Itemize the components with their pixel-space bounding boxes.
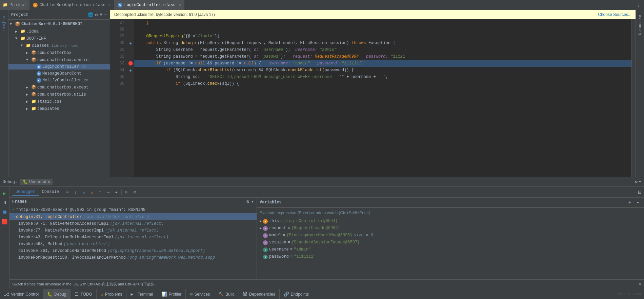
debug-run-to-cursor[interactable]: → xyxy=(104,188,112,196)
stop-icon[interactable]: 🟥 xyxy=(1,218,8,225)
var-this-arrow[interactable]: ▶ xyxy=(260,219,262,223)
debug-settings2[interactable]: ⚙ xyxy=(131,188,139,196)
version-control-status[interactable]: ⎇ Version Control xyxy=(0,289,43,299)
todo-status[interactable]: ☰ TODO xyxy=(71,289,96,299)
debug-minimize-icon[interactable]: — xyxy=(639,179,641,184)
debugger-tab[interactable]: Debugger xyxy=(12,189,39,196)
frame-invoke-77[interactable]: invoke:77, NativeMethodAccessorImpl (jdk… xyxy=(9,227,257,234)
tree-root[interactable]: ▼ 📦 ChatterBox-0.0.1-SNAPSHOT xyxy=(8,20,110,28)
frames-panel: Frames ⊜ ▾ ✓ "http-nio-8080-ex xyxy=(9,198,257,279)
tree-com-chatterbox-except[interactable]: ▶ 📦 com.chatterbox.except xyxy=(8,84,110,91)
eval-bar[interactable]: Evaluate expression (Enter) or add a wat… xyxy=(257,207,644,218)
tree-com-chatterbox-utils[interactable]: ▶ 📦 com.chatterbox.utils xyxy=(8,91,110,98)
resume-icon[interactable]: ▶ xyxy=(1,190,8,197)
tree-idea[interactable]: ▶ 📁 .idea xyxy=(8,28,110,35)
debug-step-into[interactable]: ↘ xyxy=(80,188,87,196)
editor-area: Decompiled .class file, bytecode version… xyxy=(110,10,636,177)
sidebar-minus-icon[interactable]: — xyxy=(104,12,107,18)
frame-selected[interactable]: ↩ doLogin:31, LoginController (com.chatt… xyxy=(9,213,257,220)
tree-classes[interactable]: ▼ 📁 classes library root xyxy=(8,42,110,49)
add-watch-btn[interactable]: ＋ xyxy=(626,199,633,206)
debug-status[interactable]: 🐛 Debug xyxy=(43,289,71,299)
debug-layout-icon[interactable]: ⊟ xyxy=(638,189,641,196)
vtab-structure[interactable]: Structure xyxy=(637,13,643,37)
logincontroller-tab[interactable]: C LoginController.class ✕ xyxy=(114,0,184,10)
services-status[interactable]: ⊞ Services xyxy=(186,289,214,299)
tree-login-controller[interactable]: ▶ C LoginController 20 xyxy=(8,63,110,70)
debug-evaluate[interactable]: ✦ xyxy=(113,188,120,196)
vtab-project[interactable]: Project xyxy=(1,13,7,33)
frame-invoke-43[interactable]: invoke:43, DelegatingMethodAccessorImpl … xyxy=(9,234,257,241)
choose-sources-link[interactable]: Choose Sources... xyxy=(598,12,631,17)
debug-tool-lines[interactable]: ≡ xyxy=(64,188,71,196)
debug-settings-icon[interactable]: ⚙ xyxy=(635,179,638,184)
profiler-status[interactable]: 📊 Profiler xyxy=(157,289,186,299)
switch-frames-close[interactable]: ✕ xyxy=(639,282,641,287)
var-model-icon: P xyxy=(263,233,268,238)
frame-invoke-0[interactable]: invoke:0:-1, NativeMethodAccessorImpl (j… xyxy=(9,220,257,227)
var-model[interactable]: ▶ P model = {BindingAwareModelMap@6995} … xyxy=(257,232,644,239)
tree-message-board-cont[interactable]: ▶ C MessageBoardCont xyxy=(8,70,110,77)
frames-dropdown-icon[interactable]: ▾ xyxy=(251,199,254,204)
debug-side-panel: ▶ ⏸ ⏹ 🟥 xyxy=(0,187,9,289)
var-request-arrow[interactable]: ▶ xyxy=(260,226,262,230)
project-panel-tab[interactable]: 📁 Project xyxy=(0,0,29,10)
frame-doinvoke[interactable]: doInvoke:261, InvocableHandlerMethod (or… xyxy=(9,247,257,254)
console-tab[interactable]: Console xyxy=(39,189,62,196)
terminal-status[interactable]: ▶_ Terminal xyxy=(126,289,157,299)
debug-step-over[interactable]: ↓ xyxy=(72,188,79,196)
com-chatterbox-arrow: ▶ xyxy=(26,51,30,55)
sidebar-scope-icon[interactable]: 🌐 xyxy=(88,12,93,18)
templates-folder-icon: 📁 xyxy=(31,106,36,111)
sidebar-title: Project xyxy=(11,13,28,17)
var-request[interactable]: ▶ P request = {RequestFacade@6994} xyxy=(257,225,644,232)
debug-session-close[interactable]: ✕ xyxy=(48,180,50,184)
stop-all-icon[interactable]: ⏹ xyxy=(1,208,8,216)
tree-templates[interactable]: ▶ 📁 templates xyxy=(8,105,110,112)
frame-invoke-568[interactable]: invoke:568, Method (java.lang.reflect) xyxy=(9,241,257,247)
tree-com-chatterbox-contro[interactable]: ▼ 📦 com.chatterbox.contro xyxy=(8,56,110,63)
breakpoint-33[interactable]: 🔴 xyxy=(128,61,133,66)
dependencies-icon: 🕸 xyxy=(243,292,247,297)
right-scroll[interactable] xyxy=(631,19,636,177)
gutter-34: ◆ xyxy=(127,67,134,74)
chatterbox-tab[interactable]: C ChatterBoxApplication.class ✕ xyxy=(29,0,114,10)
debug-status-icon: 🐛 xyxy=(47,292,53,297)
var-username[interactable]: ▶ ≡ username = "admin" xyxy=(257,246,644,253)
static-arrow: ▶ xyxy=(26,100,30,104)
debug-step-out[interactable]: ↑ xyxy=(96,188,104,196)
templates-arrow: ▶ xyxy=(26,107,30,111)
tree-com-chatterbox[interactable]: ▶ 📦 com.chatterbox xyxy=(8,49,110,56)
expand-watch-btn[interactable]: ▾ xyxy=(635,199,641,206)
debug-session-tab[interactable]: 🐛 Unnamed ✕ xyxy=(20,179,53,185)
sidebar-gear-icon[interactable]: ⚙ xyxy=(95,12,98,18)
dependencies-status[interactable]: 🕸 Dependencies xyxy=(239,289,280,299)
debug-force-step-into[interactable]: ↘ xyxy=(88,188,96,196)
pause-icon[interactable]: ⏸ xyxy=(1,199,8,206)
var-password[interactable]: ▶ ≡ password = "1111111" xyxy=(257,253,644,260)
tab-menu-icon[interactable]: ⋮ xyxy=(636,2,641,8)
status-bar: ⎇ Version Control 🐛 Debug ☰ TODO ⚠ Probl… xyxy=(0,289,644,299)
code-line-29: @RequestMapping({@~v"/login"}) xyxy=(134,33,631,40)
logincontroller-tab-close[interactable]: ✕ xyxy=(179,3,181,7)
var-this[interactable]: ▶ ■ this = {LoginController@6594} xyxy=(257,218,644,225)
frame-thread-item[interactable]: ✓ "http-nio-8080-exec-4"@6,992 in group … xyxy=(9,206,257,213)
build-status[interactable]: 🔨 Build xyxy=(214,289,239,299)
code-line-28 xyxy=(134,26,631,33)
var-session[interactable]: ▶ P session = {StandardSessionFacade@659… xyxy=(257,239,644,246)
gutter-27 xyxy=(127,19,134,26)
tree-static-css[interactable]: ▶ 📁 static.css xyxy=(8,98,110,105)
sidebar-layout-icon[interactable]: ≡ xyxy=(100,12,102,18)
tree-boot-inf[interactable]: ▼ 📁 BOOT-INF xyxy=(8,35,110,42)
endpoints-status[interactable]: 🔗 Endpoints xyxy=(280,289,313,299)
frame-invokefor[interactable]: invokeForRequest:180, InvocableHandlerMe… xyxy=(9,254,257,261)
frames-filter-icon[interactable]: ⊜ xyxy=(246,199,249,204)
tree-notify-controller[interactable]: ▶ C NotifyController 20 xyxy=(8,77,110,84)
problems-status[interactable]: ⚠ Problems xyxy=(97,289,127,299)
debug-table-view[interactable]: ⊞ xyxy=(123,188,130,196)
static-folder-icon: 📁 xyxy=(31,99,36,104)
gutter-33: 🔴 xyxy=(127,60,134,67)
chatterbox-tab-close[interactable]: ✕ xyxy=(108,3,111,7)
variables-list: ▶ ■ this = {LoginController@6594} ▶ P xyxy=(257,218,644,279)
code-line-27: } xyxy=(134,19,631,26)
